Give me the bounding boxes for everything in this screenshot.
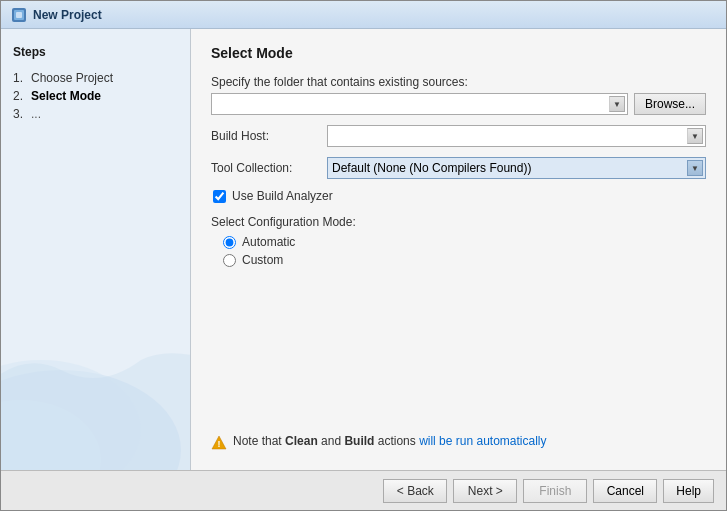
step-1-label: Choose Project <box>31 71 113 85</box>
step-3-number: 3. <box>13 107 31 121</box>
back-button[interactable]: < Back <box>383 479 447 503</box>
tool-collection-label: Tool Collection: <box>211 161 311 175</box>
build-host-combo-wrapper: ▼ <box>327 125 706 147</box>
help-button[interactable]: Help <box>663 479 714 503</box>
step-1-number: 1. <box>13 71 31 85</box>
folder-combo-wrapper: ▼ <box>211 93 628 115</box>
cancel-button[interactable]: Cancel <box>593 479 657 503</box>
main-content: Steps 1. Choose Project 2. Select Mode 3… <box>1 29 726 470</box>
config-mode-section: Select Configuration Mode: Automatic Cus… <box>211 215 706 271</box>
step-2-label: Select Mode <box>31 89 101 103</box>
tool-collection-select[interactable]: Default (None (No Compilers Found)) <box>328 158 705 178</box>
steps-list: 1. Choose Project 2. Select Mode 3. ... <box>13 69 178 123</box>
radio-custom[interactable] <box>223 254 236 267</box>
step-3: 3. ... <box>13 105 178 123</box>
warning-prefix: Note that <box>233 434 285 448</box>
warning-icon: ! <box>211 434 227 450</box>
window-icon <box>11 7 27 23</box>
tool-collection-combo-wrapper: Default (None (No Compilers Found)) ▼ <box>327 157 706 179</box>
svg-text:!: ! <box>218 439 221 449</box>
folder-row: ▼ Browse... <box>211 93 706 115</box>
sidebar: Steps 1. Choose Project 2. Select Mode 3… <box>1 29 191 470</box>
warning-area: ! Note that Clean and Build actions will… <box>211 426 706 454</box>
content-panel: Select Mode Specify the folder that cont… <box>191 29 726 470</box>
decorative-bg <box>1 270 191 470</box>
automatic-label[interactable]: Automatic <box>242 235 295 249</box>
browse-button[interactable]: Browse... <box>634 93 706 115</box>
warning-text: Note that Clean and Build actions will b… <box>233 434 547 448</box>
next-button[interactable]: Next > <box>453 479 517 503</box>
window-title: New Project <box>33 8 102 22</box>
folder-input[interactable] <box>212 94 627 114</box>
warning-keyword-clean: Clean <box>285 434 318 448</box>
build-host-row: Build Host: ▼ <box>211 125 706 147</box>
warning-link[interactable]: will be run automatically <box>419 434 546 448</box>
config-mode-label: Select Configuration Mode: <box>211 215 706 229</box>
radio-automatic[interactable] <box>223 236 236 249</box>
build-host-label: Build Host: <box>211 129 311 143</box>
folder-label: Specify the folder that contains existin… <box>211 75 706 89</box>
warning-suffix: actions <box>374 434 419 448</box>
use-build-analyzer-row: Use Build Analyzer <box>213 189 706 203</box>
finish-button[interactable]: Finish <box>523 479 587 503</box>
warning-keyword-build: Build <box>344 434 374 448</box>
step-3-label: ... <box>31 107 41 121</box>
tool-collection-row: Tool Collection: Default (None (No Compi… <box>211 157 706 179</box>
bottom-bar: < Back Next > Finish Cancel Help <box>1 470 726 510</box>
radio-automatic-row: Automatic <box>223 235 706 249</box>
steps-heading: Steps <box>13 45 178 59</box>
build-host-input[interactable] <box>328 126 705 146</box>
new-project-window: New Project Steps 1. Choose Project 2. S… <box>0 0 727 511</box>
use-build-analyzer-checkbox[interactable] <box>213 190 226 203</box>
warning-middle: and <box>318 434 345 448</box>
custom-label[interactable]: Custom <box>242 253 283 267</box>
title-bar: New Project <box>1 1 726 29</box>
step-1: 1. Choose Project <box>13 69 178 87</box>
step-2-number: 2. <box>13 89 31 103</box>
radio-custom-row: Custom <box>223 253 706 267</box>
step-2: 2. Select Mode <box>13 87 178 105</box>
svg-rect-2 <box>16 12 22 18</box>
use-build-analyzer-label[interactable]: Use Build Analyzer <box>232 189 333 203</box>
panel-title: Select Mode <box>211 45 706 61</box>
